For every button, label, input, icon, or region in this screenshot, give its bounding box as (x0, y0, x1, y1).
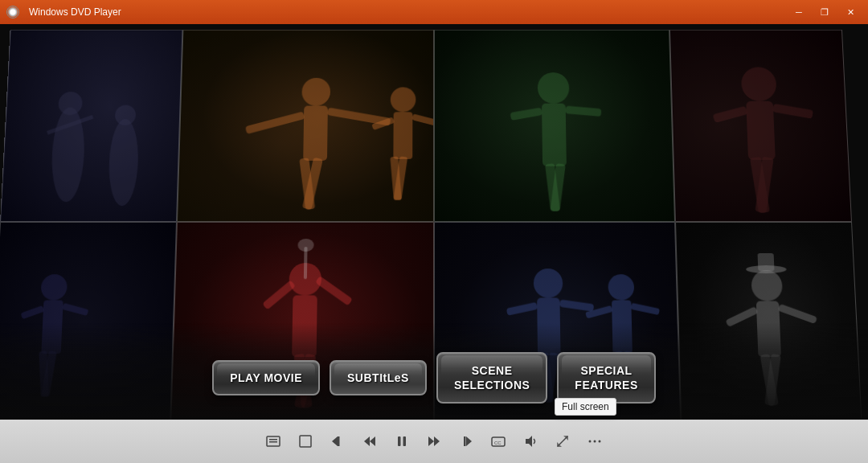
captions-button[interactable]: CC (484, 427, 513, 456)
svg-point-29 (40, 274, 68, 300)
more-options-button[interactable] (580, 427, 609, 456)
svg-rect-24 (746, 101, 776, 160)
svg-rect-65 (269, 441, 277, 443)
svg-rect-6 (303, 106, 328, 161)
svg-marker-73 (428, 436, 434, 446)
svg-rect-31 (21, 305, 44, 319)
svg-point-3 (108, 119, 140, 206)
svg-rect-60 (778, 304, 817, 324)
svg-rect-68 (338, 436, 340, 446)
rewind-button[interactable] (355, 427, 384, 456)
svg-marker-69 (364, 436, 370, 446)
pause-icon (395, 434, 409, 449)
grid-tile (0, 30, 182, 222)
svg-rect-64 (269, 439, 277, 440)
svg-rect-26 (772, 104, 813, 119)
svg-marker-79 (526, 436, 532, 447)
svg-rect-41 (304, 247, 308, 279)
volume-icon (523, 434, 538, 449)
grid-tile (669, 30, 852, 222)
pause-button[interactable] (387, 427, 416, 456)
svg-rect-37 (262, 280, 296, 309)
svg-point-85 (594, 440, 596, 443)
app-icon (6, 6, 19, 18)
grid-tile (434, 30, 675, 222)
svg-rect-72 (403, 436, 407, 446)
app-title: Windows DVD Player (29, 6, 121, 18)
fullscreen-button[interactable]: Full screen (548, 427, 577, 456)
restore-button[interactable]: ❐ (813, 4, 836, 20)
svg-point-11 (391, 87, 416, 112)
content-area: PLAY MOVIE SUBTItLeS SCENESELECTIONS SPE… (0, 24, 868, 420)
window-mode-icon (298, 434, 313, 449)
svg-rect-12 (393, 112, 412, 159)
svg-point-4 (115, 105, 137, 125)
svg-rect-46 (559, 300, 594, 312)
svg-marker-70 (370, 436, 375, 446)
title-bar: Windows DVD Player ─ ❐ ✕ (0, 0, 868, 24)
svg-point-43 (534, 268, 563, 297)
rewind-icon (362, 434, 377, 449)
svg-rect-76 (464, 436, 466, 446)
svg-text:CC: CC (494, 440, 502, 445)
svg-rect-52 (631, 303, 660, 315)
special-features-button[interactable]: SPECIALFEATURES (557, 352, 655, 404)
svg-point-23 (741, 67, 777, 100)
control-bar: CC Full screen (0, 420, 868, 463)
svg-point-84 (589, 440, 592, 443)
skip-back-button[interactable] (323, 427, 352, 456)
fast-forward-icon (427, 434, 441, 449)
captions-icon: CC (491, 434, 506, 449)
svg-rect-19 (510, 108, 542, 121)
window-mode-button[interactable] (291, 427, 320, 456)
svg-rect-14 (411, 113, 434, 125)
svg-point-55 (751, 270, 783, 301)
skip-back-icon (330, 434, 345, 449)
svg-marker-74 (434, 436, 440, 446)
fullscreen-icon (555, 434, 570, 449)
title-bar-left: Windows DVD Player (6, 6, 121, 18)
scene-selections-button[interactable]: SCENESELECTIONS (436, 352, 547, 404)
play-movie-button[interactable]: PLAY MOVIE (212, 360, 320, 395)
minimize-button[interactable]: ─ (788, 4, 810, 20)
grid-tile (177, 30, 434, 222)
svg-point-49 (608, 274, 634, 300)
title-bar-controls: ─ ❐ ✕ (788, 4, 862, 20)
subtitles-button[interactable]: SUBTItLeS (330, 360, 427, 395)
svg-point-5 (301, 78, 330, 106)
svg-rect-18 (542, 104, 567, 166)
svg-rect-32 (62, 303, 88, 316)
svg-rect-25 (713, 106, 748, 123)
fast-forward-button[interactable] (420, 427, 448, 456)
volume-button[interactable] (516, 427, 545, 456)
skip-forward-button[interactable] (452, 427, 481, 456)
svg-rect-71 (398, 436, 401, 446)
skip-forward-icon (459, 434, 473, 449)
svg-point-42 (297, 239, 313, 252)
svg-point-86 (599, 440, 601, 443)
close-button[interactable]: ✕ (839, 4, 862, 20)
svg-rect-66 (300, 436, 311, 447)
menu-buttons: PLAY MOVIE SUBTItLeS SCENESELECTIONS SPE… (0, 352, 868, 404)
svg-point-1 (58, 92, 83, 115)
svg-point-17 (538, 72, 570, 104)
svg-rect-45 (506, 302, 538, 316)
more-icon (588, 434, 602, 449)
svg-rect-38 (315, 276, 353, 305)
theater-mode-icon (266, 434, 280, 449)
svg-rect-7 (245, 112, 305, 134)
svg-rect-57 (758, 253, 775, 271)
svg-marker-75 (466, 436, 472, 446)
svg-marker-67 (332, 436, 338, 446)
svg-rect-20 (565, 106, 601, 117)
theater-mode-button[interactable] (259, 427, 288, 456)
